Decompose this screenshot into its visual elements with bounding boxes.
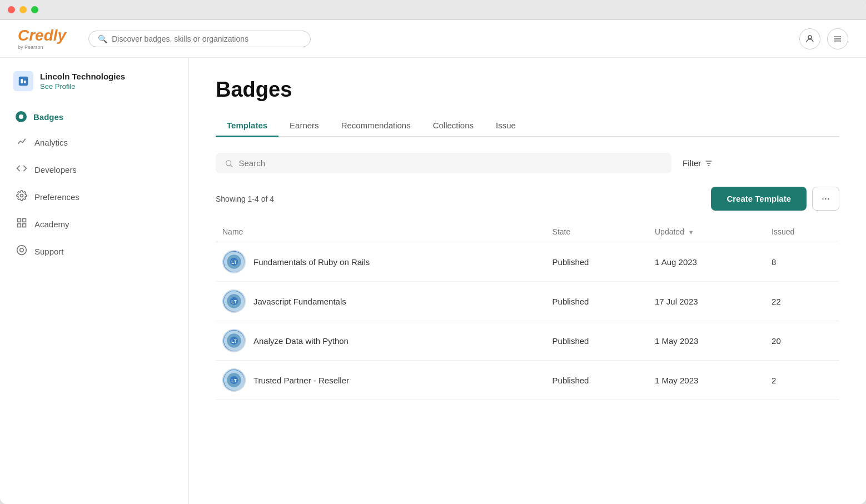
badge-issued: 22 (765, 282, 839, 321)
sidebar-item-label-academy: Academy (34, 219, 69, 229)
filter-icon (704, 159, 713, 168)
filter-button[interactable]: Filter (680, 154, 715, 172)
badge-thumbnail: LT (222, 250, 246, 273)
tab-earners[interactable]: Earners (278, 115, 330, 137)
badge-name-cell: LT Trusted Partner - Reseller (216, 361, 546, 400)
tab-issue[interactable]: Issue (485, 115, 527, 137)
create-template-button[interactable]: Create Template (711, 187, 807, 211)
app-layout: Lincoln Technologies See Profile Badges … (0, 58, 866, 504)
sidebar: Lincoln Technologies See Profile Badges … (0, 58, 189, 504)
sidebar-item-label-preferences: Preferences (34, 192, 79, 202)
content-search[interactable] (216, 153, 671, 173)
academy-icon (16, 217, 28, 231)
svg-rect-5 (21, 79, 23, 83)
action-buttons: Create Template ··· (711, 187, 839, 211)
table-row[interactable]: LT Fundamentals of Ruby on Rails Publish… (216, 242, 839, 282)
sidebar-item-label-analytics: Analytics (34, 138, 68, 147)
tabs-bar: Templates Earners Recommendations Collec… (216, 115, 839, 137)
col-issued: Issued (765, 222, 839, 242)
sidebar-item-label-support: Support (34, 247, 64, 256)
svg-text:LT: LT (231, 300, 236, 305)
svg-point-0 (808, 36, 812, 39)
main-content: Badges Templates Earners Recommendations… (189, 58, 866, 504)
svg-point-11 (17, 246, 27, 255)
logo-text: Credly (18, 27, 66, 44)
svg-point-12 (20, 248, 24, 252)
titlebar (0, 0, 866, 20)
tab-collections[interactable]: Collections (422, 115, 485, 137)
svg-rect-10 (23, 224, 26, 227)
badge-state: Published (546, 282, 648, 321)
analytics-icon (16, 136, 28, 149)
badge-issued: 20 (765, 321, 839, 361)
action-row: Showing 1-4 of 4 Create Template ··· (216, 187, 839, 211)
nav-right (799, 28, 848, 49)
org-section: Lincoln Technologies See Profile (0, 71, 188, 104)
col-updated[interactable]: Updated ▼ (648, 222, 765, 242)
table-row[interactable]: LT Trusted Partner - Reseller Published … (216, 361, 839, 400)
svg-rect-9 (18, 224, 21, 227)
top-nav: Credly by Pearson 🔍 (0, 20, 866, 58)
nav-support[interactable]: Support (0, 238, 188, 265)
svg-text:LT: LT (231, 339, 236, 344)
content-search-input[interactable] (238, 158, 663, 168)
org-name: Lincoln Technologies (40, 72, 125, 81)
more-options-button[interactable]: ··· (812, 187, 839, 211)
badge-state: Published (546, 361, 648, 400)
tab-templates[interactable]: Templates (216, 115, 278, 137)
svg-rect-8 (23, 219, 26, 222)
support-icon (16, 244, 28, 258)
badge-updated: 1 May 2023 (648, 361, 765, 400)
badge-name: Javascript Fundamentals (253, 297, 346, 306)
table-body: LT Fundamentals of Ruby on Rails Publish… (216, 242, 839, 400)
badge-thumbnail: LT (222, 368, 246, 392)
badge-name-cell: LT Fundamentals of Ruby on Rails (216, 242, 546, 282)
svg-rect-4 (19, 77, 28, 86)
badge-name-cell: LT Analyze Data with Python (216, 321, 546, 361)
logo-sub: by Pearson (18, 44, 66, 50)
see-profile-link[interactable]: See Profile (40, 82, 76, 91)
badge-name: Fundamentals of Ruby on Rails (253, 257, 370, 267)
maximize-button[interactable] (31, 6, 38, 13)
nav-academy[interactable]: Academy (0, 211, 188, 238)
table-header: Name State Updated ▼ Issued (216, 222, 839, 242)
table-row[interactable]: LT Analyze Data with Python Published 1 … (216, 321, 839, 361)
nav-badges[interactable]: Badges (0, 104, 188, 129)
tab-recommendations[interactable]: Recommendations (330, 115, 422, 137)
filter-label: Filter (683, 158, 701, 168)
badge-thumbnail: LT (222, 329, 246, 352)
badge-state: Published (546, 242, 648, 282)
svg-rect-7 (18, 219, 21, 222)
svg-line-14 (231, 164, 233, 167)
showing-text: Showing 1-4 of 4 (216, 194, 274, 203)
badge-name: Trusted Partner - Reseller (253, 376, 349, 385)
org-info: Lincoln Technologies See Profile (40, 72, 125, 91)
search-icon: 🔍 (98, 34, 107, 43)
nav-analytics[interactable]: Analytics (0, 129, 188, 156)
developers-icon (16, 163, 28, 177)
sidebar-item-label-badges: Badges (33, 112, 63, 122)
badge-updated: 17 Jul 2023 (648, 282, 765, 321)
svg-text:LT: LT (231, 378, 236, 383)
menu-icon-button[interactable] (827, 28, 848, 49)
content-search-icon (225, 159, 233, 168)
top-search-input[interactable] (112, 34, 301, 43)
user-icon-button[interactable] (799, 28, 820, 49)
badge-thumbnail: LT (222, 290, 246, 313)
col-name: Name (216, 222, 546, 242)
nav-developers[interactable]: Developers (0, 156, 188, 183)
svg-text:LT: LT (231, 260, 236, 265)
mac-window: Credly by Pearson 🔍 (0, 0, 866, 504)
badge-name-cell: LT Javascript Fundamentals (216, 282, 546, 321)
top-search-bar[interactable]: 🔍 (88, 31, 311, 47)
sidebar-item-label-developers: Developers (34, 165, 77, 174)
sort-arrow-icon: ▼ (688, 229, 694, 236)
badge-updated: 1 May 2023 (648, 321, 765, 361)
close-button[interactable] (8, 6, 15, 13)
logo: Credly by Pearson (18, 28, 66, 50)
nav-preferences[interactable]: Preferences (0, 183, 188, 211)
table-row[interactable]: LT Javascript Fundamentals Published 17 … (216, 282, 839, 321)
col-state: State (546, 222, 648, 242)
minimize-button[interactable] (19, 6, 27, 13)
svg-point-13 (226, 160, 231, 165)
